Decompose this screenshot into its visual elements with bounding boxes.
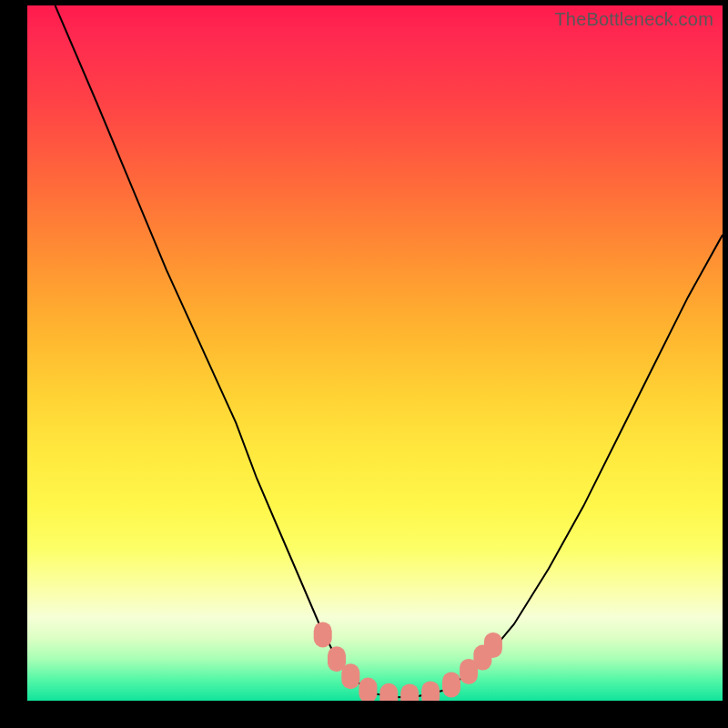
- chart-frame: TheBottleneck.com: [0, 0, 728, 728]
- bottleneck-curve: [27, 5, 723, 701]
- curve-marker: [341, 663, 359, 689]
- curve-marker: [484, 632, 502, 658]
- curve-marker: [400, 683, 419, 701]
- curve-marker: [442, 672, 460, 697]
- curve-marker: [359, 678, 377, 702]
- curve-marker: [379, 683, 398, 701]
- curve-path: [56, 5, 723, 697]
- curve-marker: [314, 622, 332, 647]
- curve-marker: [421, 681, 440, 701]
- plot-area: TheBottleneck.com: [27, 5, 723, 701]
